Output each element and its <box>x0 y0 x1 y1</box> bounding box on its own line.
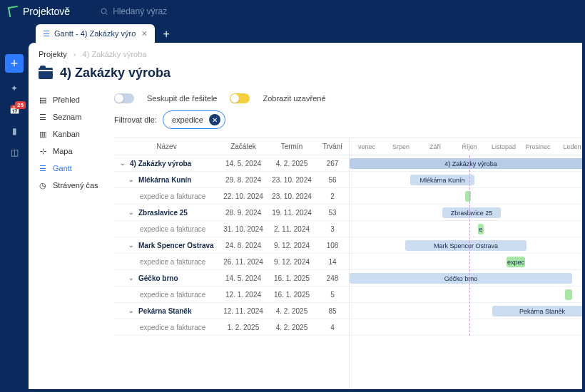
gantt-bar[interactable]: Zbraslavice 25 <box>442 207 501 218</box>
inbox-icon[interactable]: ◫ <box>9 147 20 158</box>
tab-gantt[interactable]: ☰ Gantt - 4) Zakázky výro × <box>36 24 155 43</box>
table-row[interactable]: ⌄Pekárna Staněk12. 11. 20244. 2. 202585 <box>114 303 349 319</box>
gantt-bar[interactable]: Mark Spencer Ostrava <box>405 240 526 251</box>
chevron-down-icon[interactable]: ⌄ <box>128 274 136 282</box>
breadcrumb: Projekty › 4) Zakázky výroba <box>29 43 582 63</box>
row-name: expedice a fakturace <box>140 258 205 266</box>
month-header: Říjen <box>452 138 487 155</box>
row-duration: 108 <box>316 242 349 249</box>
notification-badge: 25 <box>15 101 26 109</box>
tab-label: Gantt - 4) Zakázky výro <box>54 29 136 38</box>
row-start: 28. 9. 2024 <box>219 209 268 217</box>
gantt-icon: ☰ <box>39 164 47 172</box>
row-end: 2. 11. 2024 <box>268 225 316 233</box>
toggle-label-closed: Zobrazit uzavřené <box>263 94 325 103</box>
chevron-down-icon[interactable]: ⌄ <box>128 209 136 216</box>
gantt-row <box>350 319 582 336</box>
table-row[interactable]: ⌄4) Zakázky výroba14. 5. 20244. 2. 20252… <box>114 155 349 172</box>
header-name[interactable]: Název <box>114 143 219 150</box>
search-placeholder: Hledaný výraz <box>113 6 167 16</box>
header-duration[interactable]: Trvání <box>316 143 349 150</box>
table-row[interactable]: expedice a fakturace1. 2. 20254. 2. 2025… <box>114 319 349 336</box>
gantt-bar[interactable] <box>565 289 572 300</box>
row-name: Pekárna Staněk <box>138 307 192 315</box>
row-duration: 248 <box>316 274 349 282</box>
toggle-group-by-solver[interactable] <box>114 93 134 103</box>
folder-icon <box>39 68 53 79</box>
gantt-bar[interactable]: Géčko brno <box>350 273 572 284</box>
gantt-bar[interactable]: Pekárna Staněk <box>492 306 582 316</box>
main-panel: Seskupit dle řešitele Zobrazit uzavřené … <box>114 89 582 389</box>
row-start: 22. 10. 2024 <box>219 192 268 200</box>
row-duration: 4 <box>316 324 349 331</box>
add-tab-button[interactable]: + <box>158 26 176 43</box>
logo[interactable]: Projektově <box>9 6 70 17</box>
gantt-bar[interactable]: 4) Zakázky výroba <box>350 158 582 169</box>
row-start: 1. 2. 2025 <box>219 324 268 331</box>
page-title-row: 4) Zakázky výroba <box>29 63 582 89</box>
month-header: Leden <box>555 138 582 155</box>
breadcrumb-current: 4) Zakázky výroba <box>83 50 147 58</box>
nav-time[interactable]: ◷Strávený čas <box>34 177 108 193</box>
gantt-bar[interactable]: expec <box>507 257 525 267</box>
gantt-icon: ☰ <box>43 29 50 38</box>
topbar: Projektově Hledaný výraz <box>0 0 585 23</box>
chevron-down-icon[interactable]: ⌄ <box>128 307 136 314</box>
tabbar: ☰ Gantt - 4) Zakázky výro × + <box>0 23 585 43</box>
row-end: 4. 2. 2025 <box>268 307 316 315</box>
table-row[interactable]: expedice a fakturace12. 1. 202416. 1. 20… <box>114 287 349 303</box>
nav-overview[interactable]: ▤Přehled <box>34 92 108 108</box>
content-area: Projekty › 4) Zakázky výroba 4) Zakázky … <box>29 43 582 389</box>
gantt-row: Pekárna Staněk <box>350 303 582 319</box>
folder-icon[interactable]: ▮ <box>9 125 20 137</box>
row-end: 4. 2. 2025 <box>268 160 316 167</box>
toggle-show-closed[interactable] <box>230 93 250 103</box>
nav-kanban[interactable]: ▥Kanban <box>34 126 108 142</box>
row-start: 14. 5. 2024 <box>219 160 268 167</box>
table-row[interactable]: ⌄Zbraslavice 2528. 9. 202419. 11. 202453 <box>114 205 349 221</box>
row-duration: 56 <box>316 176 349 184</box>
breadcrumb-root[interactable]: Projekty <box>39 50 67 58</box>
row-duration: 53 <box>316 209 349 217</box>
star-icon[interactable]: ✦ <box>9 83 20 94</box>
gantt-row: Géčko brno <box>350 270 582 287</box>
svg-point-0 <box>101 9 106 14</box>
month-header: Září <box>418 138 452 155</box>
chart-icon: ▤ <box>39 96 47 104</box>
page-title: 4) Zakázky výroba <box>60 66 171 81</box>
table-row[interactable]: ⌄Géčko brno14. 5. 202416. 1. 2025248 <box>114 270 349 287</box>
row-name: expedice a fakturace <box>140 324 205 331</box>
nav-list[interactable]: ☰Seznam <box>34 109 108 125</box>
close-icon[interactable]: × <box>141 28 147 39</box>
row-start: 24. 8. 2024 <box>219 242 268 249</box>
header-start[interactable]: Začátek <box>219 143 268 150</box>
clear-filter-icon[interactable]: ✕ <box>209 114 220 125</box>
nav-map[interactable]: ⊹Mapa <box>34 143 108 159</box>
add-button[interactable]: + <box>5 54 24 73</box>
nav-gantt[interactable]: ☰Gantt <box>34 160 108 176</box>
chevron-right-icon: › <box>73 50 76 58</box>
table-row[interactable]: ⌄Mark Spencer Ostrava24. 8. 20249. 12. 2… <box>114 237 349 254</box>
chevron-down-icon[interactable]: ⌄ <box>128 176 136 183</box>
table-row[interactable]: expedice a fakturace26. 11. 20249. 12. 2… <box>114 254 349 270</box>
table-row[interactable]: expedice a fakturace31. 10. 20242. 11. 2… <box>114 221 349 237</box>
gantt-timeline[interactable]: venecSrpenZáříŘíjenListopadProsinecLeden… <box>350 138 582 389</box>
calendar-icon[interactable]: 📅25 <box>9 104 20 115</box>
row-duration: 267 <box>316 160 349 167</box>
header-end[interactable]: Termín <box>268 143 316 150</box>
chevron-down-icon[interactable]: ⌄ <box>120 160 127 167</box>
chevron-down-icon[interactable]: ⌄ <box>128 242 136 249</box>
grid-header: Název Začátek Termín Trvání <box>114 138 349 155</box>
row-name: Géčko brno <box>138 274 178 282</box>
filter-pill[interactable]: expedice ✕ <box>163 110 225 129</box>
row-name: Mlékárna Kunín <box>138 176 191 184</box>
logo-icon <box>9 6 19 16</box>
gantt-row: Mlékárna Kunín <box>350 172 582 188</box>
table-row[interactable]: expedice a fakturace22. 10. 202423. 10. … <box>114 188 349 205</box>
gantt-bar[interactable]: Mlékárna Kunín <box>410 175 474 185</box>
global-search[interactable]: Hledaný výraz <box>100 6 167 16</box>
row-duration: 85 <box>316 307 349 315</box>
toggle-label-group: Seskupit dle řešitele <box>147 94 217 103</box>
gantt-bar[interactable]: e <box>478 224 484 234</box>
table-row[interactable]: ⌄Mlékárna Kunín29. 8. 202423. 10. 202456 <box>114 172 349 188</box>
